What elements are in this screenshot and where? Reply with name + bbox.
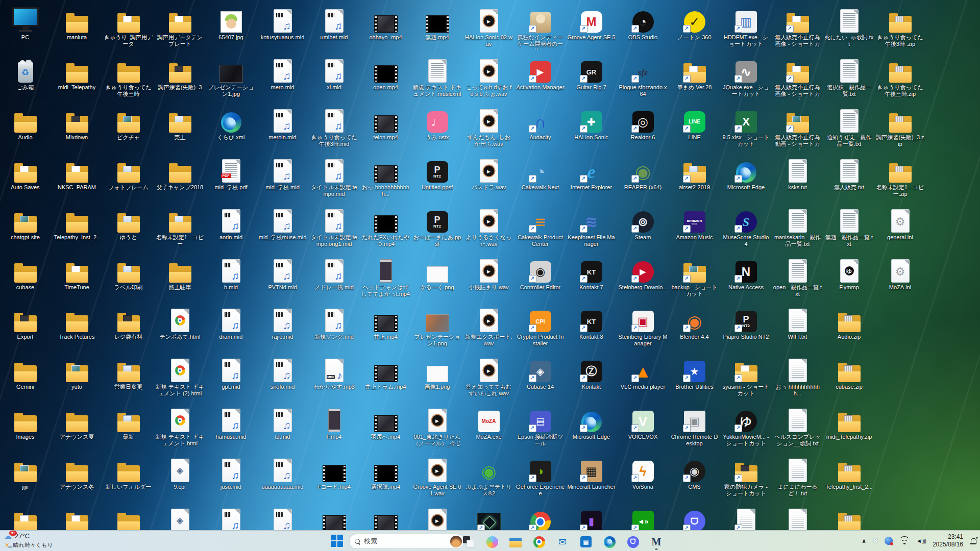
desktop-icon[interactable]: manisekarin - 親作品一覧.txt (773, 206, 822, 247)
volume-icon[interactable]: ◄))) (916, 538, 926, 544)
desktop-icon[interactable]: 新しいフォルダー (104, 456, 153, 490)
desktop-icon[interactable]: ▶小銭詰まり.wav (464, 256, 513, 291)
desktop-icon[interactable]: ヘルスコンプレッション__歌詞.txt (773, 406, 822, 447)
desktop-icon[interactable]: ▶こってゅh dすお f d s b ふぉ.wav (464, 56, 513, 97)
desktop-icon[interactable]: ◄»↗ (618, 506, 668, 532)
desktop-icon[interactable]: 営業日変更 (104, 356, 153, 390)
start-button[interactable] (331, 535, 343, 547)
taskbar-app-mail-icon[interactable]: ✉ (556, 534, 569, 549)
search-box[interactable]: 検索 (349, 534, 464, 549)
taskbar-app-edge-icon[interactable] (603, 534, 616, 549)
desktop-icon[interactable]: 死にたい_ゅ歌詞.txt (824, 6, 874, 47)
desktop-icon[interactable]: ↗syasinn - ショートカット (721, 356, 771, 397)
desktop-icon[interactable]: くらび.xml (206, 106, 256, 141)
desktop-icon[interactable]: ↗ (464, 506, 513, 532)
desktop-icon[interactable]: open - 親作品一覧.txt (773, 256, 822, 297)
desktop-icon[interactable]: 路上駐車 (155, 256, 205, 291)
desktop-icon[interactable]: ↗Microsoft Edge (721, 156, 771, 191)
desktop-icon[interactable]: ↗家の防犯カメラ - ショートカット (721, 456, 771, 497)
desktop-icon[interactable]: アナウンス夏 (52, 406, 102, 440)
desktop-icon[interactable]: 無題 - 親作品一覧.txt (824, 206, 874, 247)
desktop-icon[interactable]: ▶よりうるさくなった.wav (464, 206, 513, 247)
desktop-icon[interactable]: 井上ドラム.mp4 (361, 356, 410, 390)
desktop-icon[interactable]: Images (1, 406, 50, 440)
desktop-icon[interactable]: ♫jusu.mid (206, 456, 256, 490)
tray-x-app-icon[interactable]: × (873, 536, 878, 546)
desktop-icon[interactable]: 画像1.png (412, 356, 462, 390)
desktop-icon[interactable]: open.mp4 (361, 56, 410, 91)
desktop-icon[interactable]: ksks.txt (773, 156, 822, 191)
desktop-icon[interactable]: だれだFXいれたやつ.mp4 (361, 206, 410, 247)
desktop-icon[interactable]: 調声用データテンプレート (155, 6, 205, 47)
desktop-icon[interactable]: ⊚↗Steam (618, 206, 668, 241)
desktop-icon[interactable] (361, 506, 410, 532)
desktop-icon[interactable]: ♫rajio.mid (258, 306, 307, 340)
desktop-icon[interactable]: ∿↗JQuake.exe - ショートカット (721, 56, 771, 97)
desktop-icon[interactable]: 新規 テキスト ドキュメント (2).html (155, 356, 205, 397)
wifi-icon[interactable] (899, 537, 910, 545)
desktop-icon[interactable]: ◑↗GeForce Experience (516, 456, 565, 497)
desktop-icon[interactable]: KT↗Kontakt 8 (567, 306, 616, 340)
desktop-icon[interactable]: ◔↗OBS Studio (618, 6, 668, 41)
desktop-icon[interactable]: ♫td.mid (258, 406, 307, 440)
desktop-icon[interactable]: NKSC_PARAM (52, 156, 102, 191)
desktop-icon[interactable]: ♻ごみ箱 (1, 56, 50, 91)
desktop-icon[interactable]: ∩↗Audacity (516, 106, 565, 141)
desktop-icon[interactable]: ◉↗Blender 4.4 (670, 306, 719, 340)
desktop-icon[interactable]: amazonmusic↗Amazon Music (670, 206, 719, 241)
desktop-icon[interactable]: LINE↗LINE (670, 106, 719, 141)
desktop-icon[interactable]: ♫meroin.mid (258, 106, 307, 141)
desktop-icon[interactable]: ♫sirofo.mid (258, 356, 307, 390)
desktop-icon[interactable]: WIFI.txt (773, 306, 822, 340)
desktop-icon[interactable]: sfz↗Plogue sforzando x64 (618, 56, 668, 97)
desktop-icon[interactable]: ↗ (721, 506, 771, 532)
desktop-icon[interactable]: X↗9.5.xlsx - ショートカット (721, 106, 771, 147)
desktop-icon[interactable]: アナウンス冬 (52, 456, 102, 490)
desktop-icon[interactable]: PNT2Untitled.ppsf (412, 156, 462, 191)
desktop-icon[interactable]: ♪MP3わかりやす.mp3 (309, 356, 359, 390)
desktop-icon[interactable]: PNT2↗Piapro Studio NT2 (721, 306, 771, 340)
taskbar-app-store-icon[interactable]: ▦ (579, 534, 593, 549)
desktop-icon[interactable]: ᗜ↗ (670, 506, 719, 532)
desktop-icon[interactable]: フォトフレーム (104, 156, 153, 191)
desktop-icon[interactable]: ♫きゅうり食ってた午後3時.mid (309, 106, 359, 147)
desktop-icon[interactable]: ohhayo-.mp4 (361, 6, 410, 41)
desktop-icon[interactable]: プレゼンテーション1.jpg (206, 56, 256, 97)
desktop-icon[interactable]: 無題.mp4 (412, 6, 462, 41)
desktop-icon[interactable]: ◈9.cpr (155, 456, 205, 490)
taskbar-app-explorer-icon[interactable] (509, 534, 522, 549)
desktop-icon[interactable]: おっ hhhhhhhhhhh... (773, 356, 822, 397)
desktop-icon[interactable]: ♫タイトル未設定.tempo.orig1.mid (309, 206, 359, 247)
desktop-icon[interactable]: ▲↗VLC media player (618, 356, 668, 390)
desktop-icon[interactable]: yuto (52, 356, 102, 390)
desktop-icon[interactable]: Export (1, 306, 50, 340)
desktop-icon[interactable]: ゆF.ymmp (824, 256, 874, 291)
desktop-icon[interactable]: 最新 (104, 406, 153, 440)
notification-bell-icon[interactable]: z (970, 537, 977, 545)
desktop-icon[interactable]: ピクチャ (104, 106, 153, 141)
desktop-icon[interactable]: ▶答え知っててもむずいわこれ.wav (464, 356, 513, 397)
weather-widget[interactable]: ☁9+ 27°C ☀☁ 晴れ時々くもり (4, 532, 53, 549)
desktop-icon[interactable]: ↗無人販売不正行為画像 - ショートカッ... (773, 6, 822, 49)
desktop-icon[interactable]: ♫メドレー風.mid (309, 256, 359, 291)
desktop-icon[interactable]: S↗MuseScore Studio 4 (721, 206, 771, 247)
desktop-icon[interactable]: ◉↗CMS (670, 456, 719, 490)
desktop-icon[interactable]: midi_Telepathy.zip (824, 406, 874, 440)
desktop-icon[interactable]: Track Pictures (52, 306, 102, 340)
desktop-icon[interactable] (52, 506, 102, 532)
desktop-icon[interactable]: ↗airset2-2019 (670, 156, 719, 191)
desktop-icon[interactable]: ▶↗Steinberg Downlo... (618, 256, 668, 291)
desktop-icon[interactable]: ♫ (258, 506, 307, 532)
tray-app-sphere-icon[interactable] (885, 537, 893, 545)
desktop-icon[interactable]: ▶↗Activation Manager (516, 56, 565, 91)
desktop-icon[interactable]: 名称未設定1 - コピー.zip (875, 156, 925, 197)
desktop-icon[interactable]: ♫b.mid (206, 256, 256, 291)
desktop-icon[interactable] (824, 506, 874, 532)
desktop-icon[interactable]: ラベル印刷 (104, 256, 153, 291)
desktop-icon[interactable]: ⚙general.ini (875, 206, 925, 241)
desktop-icon[interactable]: ヘッドフォンはずしててよかっt.mp4 (361, 256, 410, 297)
desktop-icon[interactable]: cubase (1, 256, 50, 291)
desktop-icon[interactable]: ↗Microsoft Edge (567, 406, 616, 440)
desktop-icon[interactable]: Mixdown (52, 106, 102, 141)
desktop-icon[interactable]: ↗筆まめ Ver.28 (670, 56, 719, 91)
